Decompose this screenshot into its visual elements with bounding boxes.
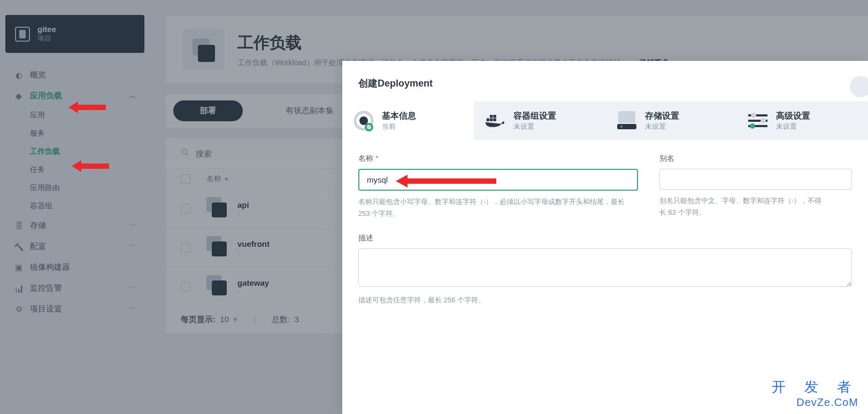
- step-title: 容器组设置: [513, 111, 556, 122]
- alias-label: 别名: [659, 154, 852, 163]
- svg-rect-8: [490, 115, 493, 118]
- name-hint: 名称只能包含小写字母、数字和连字符（-），必须以小写字母或数字开头和结尾，最长 …: [358, 196, 638, 220]
- name-label: 名称*: [358, 154, 638, 163]
- svg-point-16: [761, 118, 766, 123]
- step-sub: 当前: [382, 122, 416, 131]
- desc-hint: 描述可包含任意字符，最长 256 个字符。: [358, 294, 852, 306]
- modal-title: 创建Deployment: [358, 77, 433, 90]
- step-advanced[interactable]: 高级设置未设置: [736, 101, 868, 140]
- svg-rect-6: [490, 118, 493, 121]
- target-icon: [353, 110, 374, 131]
- step-title: 高级设置: [776, 111, 810, 122]
- svg-rect-5: [486, 118, 489, 121]
- step-sub: 未设置: [645, 122, 679, 131]
- modal-form: 名称* 名称只能包含小写字母、数字和连字符（-），必须以小写字母或数字开头和结尾…: [342, 140, 868, 325]
- svg-rect-7: [493, 118, 496, 121]
- step-title: 存储设置: [645, 111, 679, 122]
- step-sub: 未设置: [513, 122, 556, 131]
- step-sub: 未设置: [776, 122, 810, 131]
- desc-textarea[interactable]: [358, 248, 852, 287]
- close-icon[interactable]: [850, 76, 868, 97]
- create-deployment-modal: 创建Deployment 基本信息当前 容器组设置未设置 存储设置未设置: [342, 61, 868, 414]
- wizard-steps: 基本信息当前 容器组设置未设置 存储设置未设置 高级设置未设置: [342, 101, 868, 140]
- svg-rect-11: [617, 124, 636, 129]
- svg-rect-10: [618, 111, 635, 123]
- step-title: 基本信息: [382, 111, 416, 122]
- svg-rect-9: [493, 115, 496, 118]
- svg-point-12: [620, 126, 623, 128]
- alias-input[interactable]: [659, 169, 852, 190]
- watermark-line1: 开 发 者: [772, 378, 858, 396]
- step-storage[interactable]: 存储设置未设置: [605, 101, 737, 140]
- name-input[interactable]: [358, 169, 638, 191]
- sliders-icon: [747, 110, 769, 131]
- watermark-line2: DevZe.CoM: [772, 396, 858, 409]
- svg-point-14: [751, 113, 756, 118]
- desc-label: 描述: [358, 233, 852, 243]
- watermark: 开 发 者 DevZe.CoM: [772, 378, 858, 409]
- disk-icon: [616, 110, 637, 131]
- alias-hint: 别名只能包含中文、字母、数字和连字符（-），不得长 63 个字符。: [659, 195, 852, 218]
- step-basic[interactable]: 基本信息当前: [342, 101, 474, 140]
- docker-icon: [485, 110, 506, 131]
- step-pod[interactable]: 容器组设置未设置: [474, 101, 605, 140]
- svg-point-18: [750, 123, 755, 129]
